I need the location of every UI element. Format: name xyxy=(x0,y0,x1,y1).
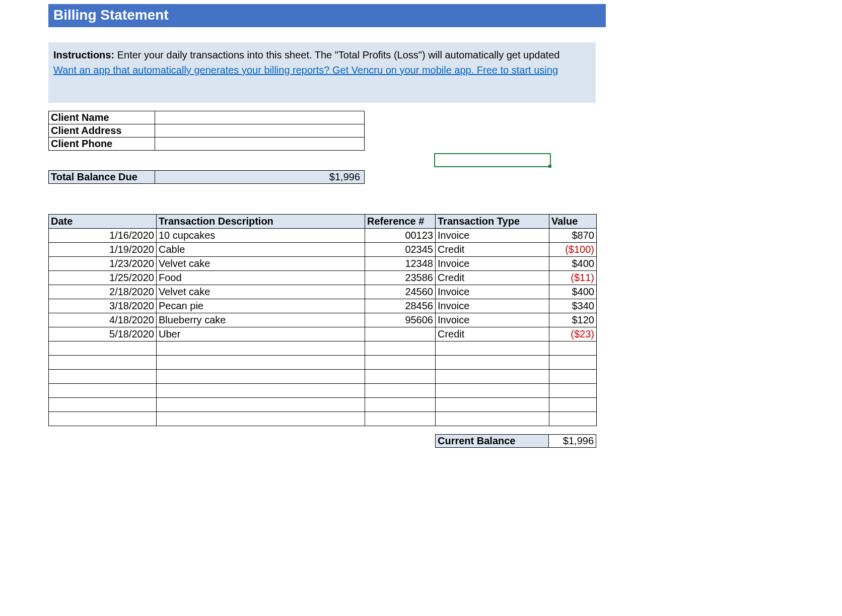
cell-desc[interactable] xyxy=(157,341,365,356)
cell-type[interactable]: Invoice xyxy=(436,313,549,327)
cell-value[interactable] xyxy=(549,398,597,412)
cell-value[interactable]: $400 xyxy=(549,257,597,271)
spreadsheet-sheet: Billing Statement Instructions: Enter yo… xyxy=(0,4,842,616)
header-ref: Reference # xyxy=(365,215,436,229)
client-phone-label: Client Phone xyxy=(48,137,155,151)
client-name-label: Client Name xyxy=(48,111,155,124)
cell-type[interactable] xyxy=(436,398,549,412)
cell-ref[interactable] xyxy=(365,412,436,426)
cell-date[interactable]: 5/18/2020 xyxy=(49,327,157,341)
cell-type[interactable]: Invoice xyxy=(436,257,549,271)
cell-date[interactable]: 1/16/2020 xyxy=(49,229,157,243)
cell-desc[interactable]: Uber xyxy=(157,327,365,341)
total-balance-value: $1,996 xyxy=(155,170,365,184)
cell-value[interactable]: ($11) xyxy=(549,271,597,285)
cell-value[interactable] xyxy=(549,370,597,384)
client-address-cell[interactable] xyxy=(155,124,365,138)
cell-desc[interactable]: Velvet cake xyxy=(157,257,365,271)
cell-type[interactable]: Invoice xyxy=(436,285,549,299)
table-row: 2/18/2020Velvet cake24560Invoice$400 xyxy=(49,285,597,299)
cell-value[interactable]: ($100) xyxy=(549,243,597,257)
table-row: 3/18/2020Pecan pie28456Invoice$340 xyxy=(49,299,597,313)
cell-ref[interactable]: 02345 xyxy=(365,243,436,257)
cell-date[interactable] xyxy=(49,356,157,370)
cell-desc[interactable] xyxy=(157,384,365,398)
cell-date[interactable] xyxy=(49,341,157,356)
cell-type[interactable] xyxy=(436,356,549,370)
cell-type[interactable] xyxy=(436,341,549,356)
cell-desc[interactable]: Food xyxy=(157,271,365,285)
table-row xyxy=(49,370,597,384)
cell-date[interactable] xyxy=(49,412,157,426)
cell-date[interactable] xyxy=(49,398,157,412)
cell-type[interactable] xyxy=(436,384,549,398)
client-name-cell[interactable] xyxy=(155,111,365,124)
cell-ref[interactable] xyxy=(365,384,436,398)
transactions-table: Date Transaction Description Reference #… xyxy=(48,214,597,426)
cell-date[interactable] xyxy=(49,384,157,398)
cell-value[interactable] xyxy=(549,412,597,426)
table-row: 1/23/2020Velvet cake12348Invoice$400 xyxy=(49,257,597,271)
instructions-link[interactable]: Want an app that automatically generates… xyxy=(53,64,558,76)
cell-desc[interactable] xyxy=(157,412,365,426)
cell-value[interactable]: $120 xyxy=(549,313,597,327)
cell-type[interactable]: Credit xyxy=(436,243,549,257)
active-cell-selection[interactable] xyxy=(434,153,551,167)
cell-ref[interactable] xyxy=(365,327,436,341)
table-row: 1/25/2020Food23586Credit($11) xyxy=(49,271,597,285)
header-desc: Transaction Description xyxy=(157,215,365,229)
header-date: Date xyxy=(49,215,157,229)
title-bar: Billing Statement xyxy=(48,4,606,27)
cell-value[interactable]: $870 xyxy=(549,229,597,243)
current-balance-label: Current Balance xyxy=(435,434,549,448)
table-row xyxy=(49,341,597,356)
cell-desc[interactable]: Pecan pie xyxy=(157,299,365,313)
cell-date[interactable]: 3/18/2020 xyxy=(49,299,157,313)
table-body: 1/16/202010 cupcakes00123Invoice$8701/19… xyxy=(49,229,597,426)
cell-date[interactable]: 4/18/2020 xyxy=(49,313,157,327)
cell-ref[interactable]: 12348 xyxy=(365,257,436,271)
cell-ref[interactable] xyxy=(365,356,436,370)
cell-ref[interactable]: 23586 xyxy=(365,271,436,285)
cell-date[interactable]: 2/18/2020 xyxy=(49,285,157,299)
cell-ref[interactable]: 28456 xyxy=(365,299,436,313)
cell-date[interactable]: 1/19/2020 xyxy=(49,243,157,257)
cell-desc[interactable] xyxy=(157,356,365,370)
client-phone-cell[interactable] xyxy=(155,137,365,151)
cell-date[interactable] xyxy=(49,370,157,384)
cell-value[interactable] xyxy=(549,384,597,398)
cell-date[interactable]: 1/23/2020 xyxy=(49,257,157,271)
table-row xyxy=(49,398,597,412)
client-address-label: Client Address xyxy=(48,124,155,138)
cell-type[interactable]: Invoice xyxy=(436,299,549,313)
cell-value[interactable]: $340 xyxy=(549,299,597,313)
cell-desc[interactable]: 10 cupcakes xyxy=(157,229,365,243)
cell-ref[interactable] xyxy=(365,341,436,356)
cell-ref[interactable] xyxy=(365,398,436,412)
cell-type[interactable] xyxy=(436,370,549,384)
table-row xyxy=(49,384,597,398)
cell-value[interactable] xyxy=(549,341,597,356)
cell-ref[interactable]: 00123 xyxy=(365,229,436,243)
cell-desc[interactable] xyxy=(157,370,365,384)
client-address-row: Client Address xyxy=(48,124,365,137)
cell-ref[interactable] xyxy=(365,370,436,384)
cell-type[interactable]: Credit xyxy=(436,271,549,285)
cell-value[interactable]: $400 xyxy=(549,285,597,299)
cell-value[interactable]: ($23) xyxy=(549,327,597,341)
cell-type[interactable]: Credit xyxy=(436,327,549,341)
cell-type[interactable]: Invoice xyxy=(436,229,549,243)
cell-type[interactable] xyxy=(436,412,549,426)
cell-ref[interactable]: 24560 xyxy=(365,285,436,299)
cell-desc[interactable]: Blueberry cake xyxy=(157,313,365,327)
table-row xyxy=(49,356,597,370)
cell-desc[interactable]: Velvet cake xyxy=(157,285,365,299)
cell-desc[interactable] xyxy=(157,398,365,412)
table-row: 1/16/202010 cupcakes00123Invoice$870 xyxy=(49,229,597,243)
cell-ref[interactable]: 95606 xyxy=(365,313,436,327)
cell-value[interactable] xyxy=(549,356,597,370)
current-balance-row: Current Balance $1,996 xyxy=(435,434,596,448)
cell-desc[interactable]: Cable xyxy=(157,243,365,257)
cell-date[interactable]: 1/25/2020 xyxy=(49,271,157,285)
title-text: Billing Statement xyxy=(53,7,169,23)
